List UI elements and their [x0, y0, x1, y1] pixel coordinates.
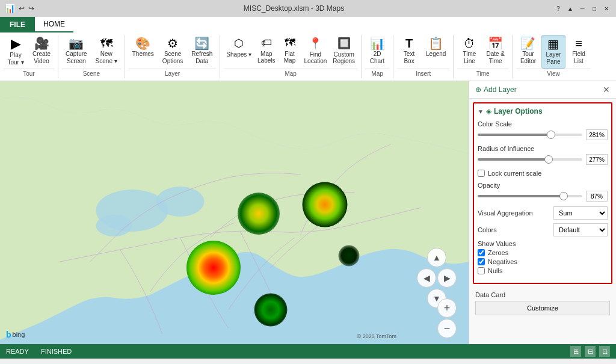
opacity-slider-row [478, 191, 608, 202]
lock-scale-checkbox[interactable] [478, 170, 485, 177]
status-right: ⊞ ⊟ ⊡ [570, 346, 610, 357]
status-icon-3[interactable]: ⊡ [599, 346, 610, 357]
opacity-thumb[interactable] [559, 192, 568, 200]
insert-items: T TextBox 📋 Legend [397, 35, 449, 69]
time-line-button[interactable]: ⏱ TimeLine [457, 35, 481, 67]
zoom-in-button[interactable]: + [437, 298, 457, 318]
status-finished: FINISHED [41, 348, 72, 355]
window-title: MISC_Desktop.xlsm - 3D Maps [244, 4, 344, 13]
title-bar: 📊 ↩ ↪ MISC_Desktop.xlsm - 3D Maps ? ▲ ─ … [0, 0, 616, 17]
color-scale-value[interactable] [586, 129, 608, 140]
map-container[interactable]: ▲ ◀ ▶ ▼ + − b bing © 2023 TomTom [0, 81, 469, 344]
time-items: ⏱ TimeLine 📅 Date &Time [457, 35, 508, 69]
layer-pane-icon: ▦ [547, 38, 559, 50]
shapes-icon: ⬡ [234, 37, 244, 50]
color-scale-thumb[interactable] [547, 131, 555, 139]
ribbon-group-chart: 📊 2DChart Map [362, 35, 393, 78]
field-list-button[interactable]: ≡ FieldList [567, 35, 591, 67]
color-scale-option: Color Scale [478, 120, 608, 140]
maximize-button[interactable]: □ [590, 4, 599, 13]
create-video-button[interactable]: 🎥 CreateVideo [29, 35, 54, 67]
heatspot-nyc [303, 182, 348, 227]
radius-slider-row [478, 154, 608, 165]
shapes-button[interactable]: ⬡ Shapes ▾ [224, 35, 254, 60]
radius-track[interactable] [478, 158, 582, 161]
color-scale-track[interactable] [478, 134, 582, 136]
color-scale-slider-row [478, 129, 608, 140]
zoom-out-button[interactable]: − [437, 319, 457, 338]
find-location-button[interactable]: 📍 FindLocation [302, 35, 330, 66]
zeroes-label: Zeroes [488, 249, 508, 256]
date-time-icon: 📅 [488, 37, 503, 49]
title-bar-left: 📊 ↩ ↪ [5, 4, 34, 13]
scene-options-button[interactable]: ⚙ SceneOptions [159, 35, 186, 67]
heatspot-south [254, 294, 288, 327]
layer-pane-button[interactable]: ▦ LayerPane [541, 35, 565, 69]
opacity-value[interactable] [586, 191, 608, 202]
text-box-button[interactable]: T TextBox [397, 35, 421, 67]
nulls-checkbox[interactable] [478, 267, 485, 274]
collapse-arrow[interactable]: ▼ [478, 108, 484, 115]
zeroes-checkbox[interactable] [478, 249, 485, 256]
2d-chart-icon: 📊 [370, 37, 385, 49]
legend-button[interactable]: 📋 Legend [422, 35, 449, 60]
custom-regions-button[interactable]: 🔲 CustomRegions [330, 35, 357, 66]
visual-aggregation-select[interactable]: Sum Average Count Max Min [553, 206, 608, 220]
add-layer-icon: ⊕ [475, 85, 481, 94]
bing-logo: b bing [6, 330, 25, 339]
ribbon-group-map: ⬡ Shapes ▾ 🏷 MapLabels 🗺 FlatMap 📍 FindL… [220, 35, 362, 78]
status-icon-2[interactable]: ⊟ [585, 346, 596, 357]
radius-option: Radius of Influence [478, 145, 608, 165]
nav-right-button[interactable]: ▶ [437, 268, 457, 288]
help-button[interactable]: ? [553, 4, 563, 13]
2d-chart-button[interactable]: 📊 2DChart [365, 35, 389, 67]
tour-group-label: Tour [4, 69, 54, 78]
radius-thumb[interactable] [544, 155, 553, 164]
data-card-section: Data Card Customize [469, 288, 616, 319]
quick-access-redo[interactable]: ↪ [28, 4, 34, 13]
zoom-controls: + − [437, 298, 457, 338]
ribbon-min-button[interactable]: ▲ [565, 4, 575, 13]
panel-close-button[interactable]: ✕ [603, 85, 610, 94]
quick-access-undo[interactable]: ↩ [19, 4, 25, 13]
capture-screen-icon: 📷 [69, 37, 84, 49]
time-group-label: Time [457, 69, 508, 78]
flat-map-button[interactable]: 🗺 FlatMap [279, 35, 301, 66]
time-line-icon: ⏱ [463, 37, 475, 49]
tour-editor-button[interactable]: 📝 TourEditor [516, 35, 540, 67]
customize-button[interactable]: Customize [475, 301, 610, 315]
minimize-button[interactable]: ─ [578, 4, 587, 13]
show-values-label: Show Values [478, 240, 608, 247]
ribbon-group-layer: 🎨 Themes ⚙ SceneOptions 🔄 RefreshData La… [125, 35, 221, 78]
negatives-checkbox[interactable] [478, 258, 485, 265]
heatspot-greatlakes [238, 193, 280, 235]
play-tour-button[interactable]: ▶ PlayTour ▾ [4, 35, 28, 69]
close-button[interactable]: ✕ [602, 4, 611, 13]
nav-left-button[interactable]: ◀ [417, 268, 436, 288]
ribbon: FILE HOME ▶ PlayTour ▾ 🎥 CreateVideo Tou… [0, 17, 616, 81]
chart-items: 📊 2DChart [365, 35, 389, 69]
ribbon-group-scene: 📷 CaptureScreen 🗺 NewScene ▾ Scene [58, 35, 125, 78]
capture-screen-button[interactable]: 📷 CaptureScreen [62, 35, 91, 67]
status-icon-1[interactable]: ⊞ [570, 346, 581, 357]
find-location-icon: 📍 [309, 37, 322, 50]
tab-home[interactable]: HOME [35, 17, 73, 32]
add-layer-button[interactable]: ⊕ Add Layer [475, 85, 517, 94]
map-items: ⬡ Shapes ▾ 🏷 MapLabels 🗺 FlatMap 📍 FindL… [224, 35, 357, 69]
field-list-icon: ≡ [575, 37, 582, 49]
opacity-track[interactable] [478, 195, 582, 197]
date-time-button[interactable]: 📅 Date &Time [482, 35, 508, 67]
map-labels-button[interactable]: 🏷 MapLabels [255, 35, 277, 66]
layer-options-icon: ◈ [486, 107, 491, 116]
create-video-icon: 🎥 [34, 37, 49, 49]
new-scene-button[interactable]: 🗺 NewScene ▾ [92, 35, 121, 67]
opacity-label: Opacity [478, 182, 608, 189]
refresh-data-button[interactable]: 🔄 RefreshData [188, 35, 216, 67]
tab-file[interactable]: FILE [0, 17, 35, 32]
themes-button[interactable]: 🎨 Themes [129, 35, 158, 60]
nav-up-button[interactable]: ▲ [427, 248, 446, 267]
layer-group-label: Layer [129, 69, 217, 78]
nulls-label: Nulls [488, 267, 502, 274]
colors-select[interactable]: Default Colorblind Safe Monochromatic [553, 223, 608, 236]
radius-value[interactable] [586, 154, 608, 165]
